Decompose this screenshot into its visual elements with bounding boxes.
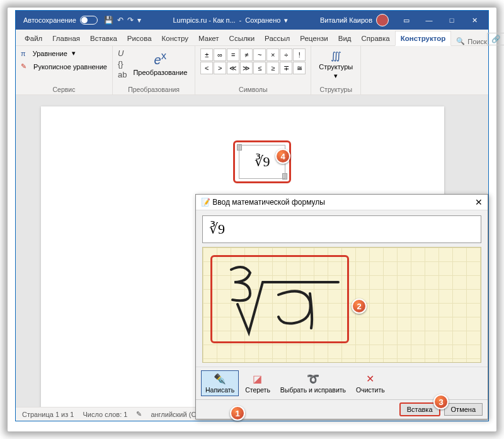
tab-view[interactable]: Вид <box>333 31 357 45</box>
symbol-cell[interactable]: ≤ <box>253 62 266 74</box>
dialog-title: Ввод математической формулы <box>212 198 325 207</box>
write-tool[interactable]: ✒️ Написать <box>201 370 239 396</box>
clear-icon: ✕ <box>366 373 374 385</box>
callout-1: 1 <box>230 406 245 421</box>
latex-icon[interactable]: {} <box>118 59 127 69</box>
share-button[interactable]: 🔗 <box>487 33 504 45</box>
dialog-close-button[interactable]: ✕ <box>475 197 483 207</box>
ribbon-tabs: Файл Главная Вставка Рисова Констру Маке… <box>16 30 488 46</box>
symbol-cell[interactable]: ! <box>293 48 306 61</box>
page-indicator[interactable]: Страница 1 из 1 <box>22 411 74 418</box>
tab-help[interactable]: Справка <box>357 31 395 45</box>
ribbon: π Уравнение ▾ ✎ Рукописное уравнение Сер… <box>16 46 488 95</box>
search-box[interactable]: 🔍 Поиск <box>456 37 486 45</box>
lasso-icon: ➰ <box>307 373 319 385</box>
tab-constructor[interactable]: Конструктор <box>395 31 452 46</box>
symbol-cell[interactable]: ≫ <box>240 62 253 74</box>
status-dropdown-icon[interactable]: ▾ <box>284 16 288 25</box>
callout-2: 2 <box>352 299 367 314</box>
ink-highlight <box>210 255 349 343</box>
eraser-icon: ◪ <box>253 373 262 385</box>
convert-button[interactable]: ex Преобразование <box>130 48 190 77</box>
avatar[interactable] <box>376 14 389 26</box>
symbol-cell[interactable]: ± <box>200 48 213 61</box>
search-icon: 🔍 <box>456 37 465 45</box>
tab-file[interactable]: Файл <box>20 31 47 45</box>
structures-button[interactable]: ∭ Структуры▾ <box>316 48 355 81</box>
symbol-cell[interactable]: ∓ <box>280 62 292 74</box>
pen-icon: ✒️ <box>214 373 226 385</box>
ink-equation-button[interactable]: ✎ Рукописное уравнение <box>21 62 107 71</box>
symbol-cell[interactable]: ∞ <box>214 48 226 61</box>
tab-layout[interactable]: Макет <box>193 31 224 45</box>
minimize-button[interactable]: — <box>418 11 440 30</box>
tab-insert[interactable]: Вставка <box>85 31 122 45</box>
tab-home[interactable]: Главная <box>47 31 85 45</box>
qat-dropdown-icon[interactable]: ▾ <box>137 16 141 25</box>
tab-references[interactable]: Ссылки <box>224 31 260 45</box>
symbol-cell[interactable]: ÷ <box>280 48 292 61</box>
tab-draw[interactable]: Рисова <box>122 31 157 45</box>
symbol-cell[interactable]: ≅ <box>293 62 306 74</box>
handwriting <box>212 257 351 345</box>
redo-icon[interactable]: ↷ <box>127 16 134 25</box>
symbol-cell[interactable]: ≥ <box>266 62 279 74</box>
word-count[interactable]: Число слов: 1 <box>83 411 127 418</box>
formula-preview: ∛9 <box>202 215 481 243</box>
clear-tool[interactable]: ✕ Очистить <box>352 371 389 396</box>
symbol-cell[interactable]: < <box>200 62 213 74</box>
document-name: Lumpics.ru - Как п... <box>173 16 236 24</box>
tab-design[interactable]: Констру <box>157 31 193 45</box>
autosave-label: Автосохранение <box>23 16 76 24</box>
ribbon-options-icon[interactable]: ▭ <box>395 11 418 30</box>
tab-mailings[interactable]: Рассыл <box>260 31 295 45</box>
symbol-cell[interactable]: ≠ <box>240 48 253 61</box>
symbol-cell[interactable]: ~ <box>253 48 266 61</box>
symbol-cell[interactable]: × <box>266 48 279 61</box>
text-icon[interactable]: ab <box>118 70 127 79</box>
callout-3: 3 <box>433 394 449 409</box>
spellcheck-icon[interactable]: ✎ <box>136 410 142 418</box>
symbol-cell[interactable]: = <box>227 48 239 61</box>
math-input-dialog: 📝 Ввод математической формулы ✕ ∛9 ✒️ На… <box>195 194 488 419</box>
symbol-cell[interactable]: > <box>214 62 226 74</box>
equation-button[interactable]: π Уравнение ▾ <box>21 48 76 58</box>
symbols-grid[interactable]: ±∞=≠~×÷!<>≪≫≤≥∓≅ <box>200 48 306 74</box>
cancel-button[interactable]: Отмена <box>444 403 483 416</box>
callout-4: 4 <box>275 149 290 164</box>
save-status: Сохранено <box>245 16 280 24</box>
select-correct-tool[interactable]: ➰ Выбрать и исправить <box>277 371 350 396</box>
erase-tool[interactable]: ◪ Стереть <box>241 371 274 396</box>
math-panel-icon: 📝 <box>201 198 210 207</box>
tab-review[interactable]: Рецензи <box>295 31 333 45</box>
user-name: Виталий Каиров <box>320 16 372 24</box>
autosave-toggle[interactable] <box>80 16 98 25</box>
symbol-cell[interactable]: ≪ <box>227 62 239 74</box>
close-button[interactable]: ✕ <box>463 11 486 30</box>
maximize-button[interactable]: □ <box>440 11 463 30</box>
titlebar: Автосохранение 💾 ↶ ↷ ▾ Lumpics.ru - Как … <box>16 11 488 30</box>
save-icon[interactable]: 💾 <box>104 16 113 25</box>
unicode-icon[interactable]: U <box>118 48 127 58</box>
ink-canvas[interactable] <box>202 247 481 363</box>
undo-icon[interactable]: ↶ <box>117 16 123 25</box>
